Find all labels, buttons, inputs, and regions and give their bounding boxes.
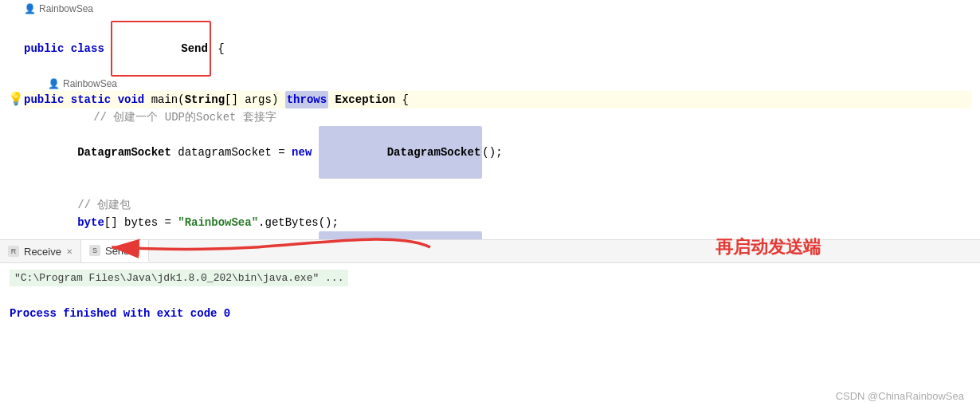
kw-public-2: public [24, 91, 71, 108]
kw-new-1: new [292, 144, 319, 161]
code-line-4: // 创建一个 UDP的Socket 套接字 [24, 108, 972, 126]
space-8 [24, 214, 77, 231]
terminal-area: "C:\Program Files\Java\jdk1.8.0_202\bin\… [0, 263, 980, 410]
type-ds2: DatagramSocket [387, 146, 481, 159]
space-after-throws [328, 91, 335, 108]
author-icon-2: 👤 [48, 78, 60, 89]
code-line-5: DatagramSocket datagramSocket = new Data… [24, 126, 972, 179]
tab-send-label: Send [105, 245, 129, 257]
author-tag-inline: 👤 RainbowSea [24, 77, 972, 91]
code-line-3: 💡 public static void main( String [] arg… [24, 91, 972, 108]
tab-receive-icon: R [8, 246, 19, 257]
tab-receive-close[interactable]: ✕ [66, 247, 73, 256]
paren-1: (); [482, 144, 502, 161]
editor-area: 👤 RainbowSea public class Send { 👤 Rainb… [0, 0, 980, 239]
annotation-text: 再启动发送端 [715, 235, 821, 259]
code-line-7: // 创建包 [24, 196, 972, 214]
tab-send[interactable]: S Send ✕ [81, 240, 149, 262]
bulb-icon: 💡 [8, 91, 24, 108]
tab-send-icon: S [89, 245, 100, 256]
code-line-1: public class Send { [24, 21, 972, 77]
exception-type: Exception [335, 91, 396, 108]
new-datagramsocket: DatagramSocket [319, 126, 483, 179]
tabs-area: R Receive ✕ S Send ✕ [0, 239, 980, 263]
comment-2: // 创建包 [24, 196, 131, 214]
comment-1: // 创建一个 UDP的Socket 套接字 [40, 108, 276, 126]
throws-keyword: throws [285, 91, 328, 108]
kw-static: static [71, 91, 118, 108]
method-main: main( [151, 91, 185, 108]
new-dp: DatagramPacket [319, 231, 483, 239]
kw-byte: byte [77, 214, 104, 231]
kw-void: void [118, 91, 151, 108]
arr-bracket: [] args) [225, 91, 285, 108]
kw-class: class [71, 40, 111, 57]
getbytes: .getBytes(); [258, 214, 339, 231]
var-datagramsocket: datagramSocket = [171, 144, 292, 161]
space-5 [24, 144, 77, 161]
classname-send: Send [181, 42, 208, 55]
tab-receive-label: Receive [24, 246, 61, 258]
code-line-8: byte [] bytes = "RainbowSea" .getBytes()… [24, 214, 972, 231]
tab-send-close[interactable]: ✕ [134, 246, 140, 255]
type-datagramsocket: DatagramSocket [77, 144, 171, 161]
author-tag-top: 👤 RainbowSea [24, 3, 93, 14]
code-line-9: DatagramPacket datagramPacket = new Data… [24, 231, 972, 239]
terminal-path: "C:\Program Files\Java\jdk1.8.0_202\bin\… [10, 270, 348, 286]
string-rainbowsea: "RainbowSea" [178, 214, 258, 231]
code-block: public class Send { 👤 RainbowSea 💡 publi… [0, 18, 980, 239]
class-name-box: Send [111, 21, 211, 77]
watermark: CSDN @ChinaRainbowSea [836, 390, 964, 402]
author-name-1: RainbowSea [39, 3, 93, 14]
author-name-2: RainbowSea [63, 78, 117, 89]
brace-main: { [395, 91, 409, 108]
author-icon-1: 👤 [24, 3, 36, 14]
brace-open: { [211, 40, 225, 57]
tab-receive[interactable]: R Receive ✕ [0, 240, 81, 262]
arr-byte: [] bytes = [104, 214, 178, 231]
code-line-6 [24, 179, 972, 196]
kw-public-1: public [24, 40, 71, 57]
terminal-output: Process finished with exit code 0 [10, 307, 970, 320]
type-string: String [185, 91, 225, 108]
